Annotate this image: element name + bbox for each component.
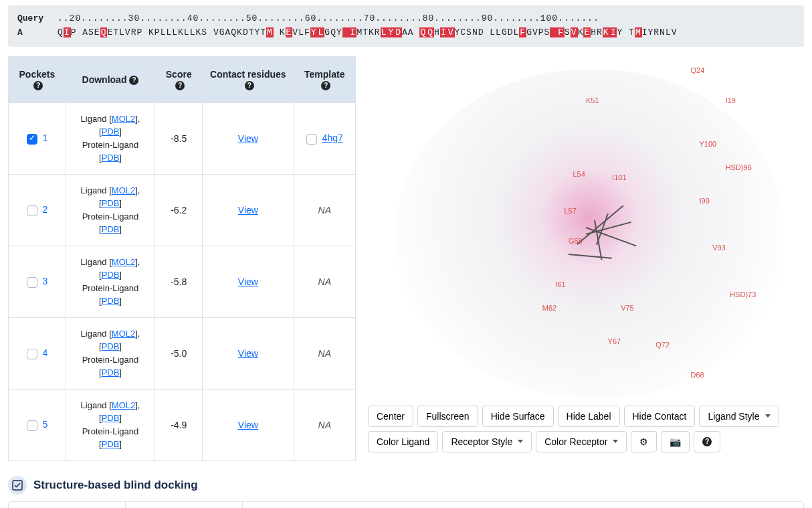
submission-info: Submitted Protein MDM2.pdb Submitted Lig… <box>8 501 804 508</box>
pdb-link[interactable]: PDB <box>102 153 120 163</box>
help-icon[interactable]: ? <box>33 81 43 90</box>
score-cell: -4.9 <box>155 389 203 460</box>
viewer-toolbar: Center Fullscreen Hide Surface Hide Labe… <box>368 406 804 452</box>
view-link[interactable]: View <box>238 348 258 359</box>
residue-label: I99 <box>700 197 710 205</box>
pdb-link[interactable]: PDB <box>102 296 120 306</box>
residue-label: I19 <box>726 96 736 104</box>
residue-label: D68 <box>690 371 704 379</box>
table-row: 4Ligand [MOL2], [PDB]Protein-Ligand [PDB… <box>9 317 356 389</box>
help-icon[interactable]: ? <box>129 76 138 85</box>
pocket-id: 4 <box>42 347 47 358</box>
mol2-link[interactable]: MOL2 <box>112 114 135 124</box>
residue-label: V93 <box>712 244 726 252</box>
th-score: Score? <box>155 56 203 102</box>
pocket-checkbox[interactable] <box>27 205 37 216</box>
score-cell: -6.2 <box>155 174 203 246</box>
molecular-viewer[interactable]: Q24I19K51Y100L54I101HSD)96I99L57G58V93I6… <box>368 56 804 398</box>
hide-surface-button[interactable]: Hide Surface <box>482 406 554 427</box>
ligand-style-dropdown[interactable]: Ligand Style <box>699 406 779 427</box>
seq-chain-label: A <box>17 26 58 40</box>
pocket-id: 2 <box>42 204 47 215</box>
receptor-style-dropdown[interactable]: Receptor Style <box>442 431 532 452</box>
chevron-down-icon <box>518 440 523 443</box>
help-icon[interactable]: ? <box>175 81 185 90</box>
pocket-id: 1 <box>42 133 47 143</box>
color-ligand-button[interactable]: Color Ligand <box>368 431 438 452</box>
table-row: 2Ligand [MOL2], [PDB]Protein-Ligand [PDB… <box>9 174 356 246</box>
help-button[interactable]: ? <box>694 431 720 452</box>
table-row: 1Ligand [MOL2], [PDB]Protein-Ligand [PDB… <box>9 102 356 174</box>
hide-contact-button[interactable]: Hide Contact <box>624 406 696 427</box>
residue-label: V75 <box>621 304 634 312</box>
pdb-link[interactable]: PDB <box>102 224 120 234</box>
pocket-checkbox[interactable] <box>27 349 37 359</box>
pdb-link[interactable]: PDB <box>102 341 120 351</box>
template-checkbox[interactable] <box>306 134 317 145</box>
seq-query-label: Query <box>17 12 58 26</box>
pocket-checkbox[interactable] <box>27 134 37 145</box>
pocket-checkbox[interactable] <box>27 420 37 431</box>
color-receptor-dropdown[interactable]: Color Receptor <box>536 431 627 452</box>
template-na: NA <box>318 205 331 216</box>
mol2-link[interactable]: MOL2 <box>112 400 135 410</box>
center-button[interactable]: Center <box>368 406 413 427</box>
pdb-link[interactable]: PDB <box>102 439 120 449</box>
residue-label: L54 <box>573 170 585 178</box>
score-cell: -8.5 <box>155 102 203 174</box>
pdb-link[interactable]: PDB <box>102 413 120 423</box>
th-contact: Contact residues? <box>203 56 294 102</box>
view-link[interactable]: View <box>238 133 258 144</box>
residue-label: K51 <box>586 96 599 104</box>
sequence-panel: Query ..20........30........40........50… <box>8 5 804 47</box>
pdb-link[interactable]: PDB <box>102 367 120 377</box>
view-link[interactable]: View <box>238 205 258 216</box>
template-na: NA <box>318 348 331 359</box>
chevron-down-icon <box>613 440 618 443</box>
table-row: 3Ligand [MOL2], [PDB]Protein-Ligand [PDB… <box>9 246 356 317</box>
seq-ruler: ..20........30........40........50......… <box>58 12 599 26</box>
settings-button[interactable]: ⚙ <box>631 431 657 452</box>
hide-label-button[interactable]: Hide Label <box>558 406 620 427</box>
residue-label: Y100 <box>700 140 717 148</box>
gear-icon: ⚙ <box>639 436 648 447</box>
seq-line: QIP ASEQETLVRP KPLLLKLLKS VGAQKDTYTM KEV… <box>58 26 678 40</box>
residue-label: Y67 <box>608 337 621 345</box>
pdb-link[interactable]: PDB <box>102 198 120 208</box>
template-na: NA <box>318 420 331 430</box>
residue-label: G58 <box>569 237 583 245</box>
pocket-id: 5 <box>42 419 47 430</box>
help-icon: ? <box>702 437 712 446</box>
residue-label: HSD)73 <box>730 290 756 299</box>
help-icon[interactable]: ? <box>321 81 330 90</box>
th-download: Download? <box>66 56 155 102</box>
residue-label: HSD)96 <box>726 163 752 171</box>
screenshot-button[interactable]: 📷 <box>661 431 690 452</box>
residue-label: Q24 <box>690 66 704 74</box>
residue-label: Q72 <box>655 341 670 349</box>
residue-label: I61 <box>555 280 565 288</box>
table-row: 5Ligand [MOL2], [PDB]Protein-Ligand [PDB… <box>9 389 356 460</box>
pocket-checkbox[interactable] <box>27 277 37 288</box>
template-na: NA <box>318 276 331 287</box>
residue-label: I101 <box>612 173 626 181</box>
view-link[interactable]: View <box>238 420 258 430</box>
th-pockets: Pockets? <box>9 56 66 102</box>
residue-label: L57 <box>564 207 576 215</box>
mol2-link[interactable]: MOL2 <box>112 185 135 195</box>
camera-icon: 📷 <box>670 436 681 447</box>
mol2-link[interactable]: MOL2 <box>112 329 135 339</box>
mol2-link[interactable]: MOL2 <box>112 257 135 267</box>
help-icon[interactable]: ? <box>245 81 254 90</box>
section-title: Structure-based blind docking <box>33 479 198 492</box>
template-link[interactable]: 4hg7 <box>322 133 343 143</box>
pdb-link[interactable]: PDB <box>102 270 120 280</box>
fullscreen-button[interactable]: Fullscreen <box>417 406 478 427</box>
view-link[interactable]: View <box>238 276 258 287</box>
residue-label: M62 <box>542 304 556 312</box>
pdb-link[interactable]: PDB <box>102 126 120 137</box>
section-header: Structure-based blind docking <box>8 476 804 495</box>
score-cell: -5.8 <box>155 246 203 317</box>
check-icon <box>8 476 27 495</box>
th-template: Template? <box>294 56 356 102</box>
